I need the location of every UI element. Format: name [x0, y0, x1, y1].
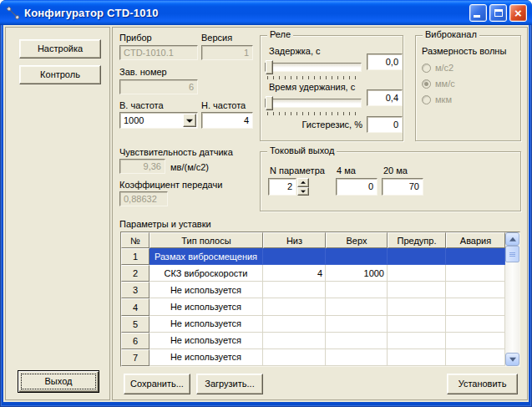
cell-low[interactable]	[263, 282, 326, 298]
cell-type[interactable]: СКЗ виброскорости	[149, 265, 263, 282]
exit-button[interactable]: Выход	[18, 370, 99, 393]
scrollbar-thumb[interactable]	[505, 246, 519, 262]
slider-thumb[interactable]	[266, 96, 273, 110]
cell-high[interactable]	[326, 316, 388, 333]
cell-low[interactable]	[263, 248, 326, 265]
cell-type[interactable]: Размах вибросмещения	[149, 248, 263, 265]
cell-type[interactable]: Не используется	[149, 282, 263, 298]
cell-warn[interactable]	[388, 349, 446, 366]
chevron-down-icon	[509, 358, 516, 362]
radio-option-mm-s: мм/с	[422, 79, 455, 89]
col-header-num[interactable]: №	[121, 232, 149, 248]
cell-type[interactable]: Не используется	[149, 298, 263, 315]
row-num: 4	[121, 298, 149, 315]
maximize-button[interactable]	[489, 4, 507, 22]
col-header-type[interactable]: Тип полосы	[149, 232, 263, 248]
cell-warn[interactable]	[388, 298, 446, 315]
cell-high[interactable]	[326, 349, 388, 366]
cell-alarm[interactable]	[446, 333, 505, 349]
cell-low[interactable]	[263, 349, 326, 366]
cell-high[interactable]	[326, 282, 388, 298]
row-num: 1	[121, 248, 149, 265]
cell-low[interactable]	[263, 333, 326, 349]
cell-warn[interactable]	[388, 282, 446, 298]
device-label: Прибор	[119, 33, 152, 43]
cell-type[interactable]: Не используется	[149, 333, 263, 349]
relay-hold-field[interactable]: 0,4	[367, 89, 403, 106]
combo-dropdown-button[interactable]	[183, 114, 196, 127]
radio-label: мкм	[435, 94, 452, 104]
spinner-down-button[interactable]	[297, 187, 309, 196]
minimize-button[interactable]	[469, 4, 487, 22]
table-row-3[interactable]: 4 Не используется	[121, 298, 505, 315]
cell-alarm[interactable]	[446, 248, 505, 265]
cell-low[interactable]	[263, 316, 326, 333]
cell-alarm[interactable]	[446, 349, 505, 366]
cell-high[interactable]	[326, 298, 388, 315]
control-button[interactable]: Контроль	[19, 65, 101, 84]
cell-type[interactable]: Не используется	[149, 316, 263, 333]
cell-high[interactable]: 1000	[326, 265, 388, 282]
scroll-down-button[interactable]	[505, 353, 519, 366]
cell-low[interactable]	[263, 298, 326, 315]
col-header-alarm[interactable]: Авария	[446, 232, 505, 248]
radio-option-m-s2: м/с2	[422, 63, 453, 73]
version-field: 1	[201, 45, 253, 60]
table-row-0[interactable]: 1 Размах вибросмещения	[121, 248, 505, 265]
cell-warn[interactable]	[388, 333, 446, 349]
cell-alarm[interactable]	[446, 282, 505, 298]
scrollbar-track[interactable]	[505, 262, 519, 353]
cell-alarm[interactable]	[446, 316, 505, 333]
row-num: 3	[121, 282, 149, 298]
settings-button[interactable]: Настройка	[19, 39, 101, 59]
radio-label: мм/с	[435, 79, 455, 89]
cell-alarm[interactable]	[446, 298, 505, 315]
relay-hysteresis-field[interactable]: 0	[367, 116, 403, 133]
table-row-6[interactable]: 7 Не используется	[121, 349, 505, 366]
sensitivity-unit: мв/(м/с2)	[170, 162, 209, 172]
col-header-low[interactable]: Низ	[263, 232, 326, 248]
load-button[interactable]: Загрузить...	[196, 374, 263, 394]
table-header-row: № Тип полосы Низ Верх Предупр. Авария	[121, 232, 505, 248]
slider-track[interactable]	[265, 99, 362, 108]
table-scrollbar[interactable]	[505, 232, 519, 366]
close-button[interactable]: ×	[509, 4, 527, 22]
table-row-2[interactable]: 3 Не используется	[121, 282, 505, 298]
vibro-group-title: Виброканал	[423, 29, 479, 39]
version-label: Версия	[201, 33, 232, 43]
low-freq-field[interactable]: 4	[201, 112, 253, 129]
relay-delay-slider[interactable]	[265, 60, 362, 75]
cell-warn[interactable]	[388, 265, 446, 282]
slider-thumb[interactable]	[266, 60, 273, 74]
sensitivity-field: 9,36	[119, 159, 165, 174]
spinner-up-button[interactable]	[297, 178, 309, 187]
row-num: 7	[121, 349, 149, 366]
titlebar[interactable]: Конфигуратор CTD-1010 ×	[0, 0, 532, 25]
ma4-field[interactable]: 0	[336, 178, 377, 196]
chevron-down-icon	[186, 120, 193, 123]
sensitivity-label: Чувствительность датчика	[119, 147, 233, 157]
save-button[interactable]: Сохранить...	[124, 374, 190, 394]
cell-warn[interactable]	[388, 248, 446, 265]
table-row-5[interactable]: 6 Не используется	[121, 333, 505, 349]
param-n-field[interactable]: 2	[268, 178, 296, 196]
table-row-4[interactable]: 5 Не используется	[121, 316, 505, 333]
cell-alarm[interactable]	[446, 265, 505, 282]
ma20-field[interactable]: 70	[382, 178, 423, 196]
col-header-high[interactable]: Верх	[326, 232, 388, 248]
col-header-warn[interactable]: Предупр.	[388, 232, 446, 248]
cell-low[interactable]: 4	[263, 265, 326, 282]
slider-track[interactable]	[265, 63, 362, 72]
cell-warn[interactable]	[388, 316, 446, 333]
cell-high[interactable]	[326, 333, 388, 349]
relay-hold-slider[interactable]	[265, 96, 362, 111]
sidebar-panel: Настройка Контроль Выход	[5, 27, 110, 400]
high-freq-combobox[interactable]: 1000	[119, 112, 198, 129]
cell-type[interactable]: Не используется	[149, 349, 263, 366]
scroll-up-button[interactable]	[505, 232, 519, 246]
table-row-1[interactable]: 2 СКЗ виброскорости 4 1000	[121, 265, 505, 282]
cell-high[interactable]	[326, 248, 388, 265]
apply-button[interactable]: Установить	[447, 374, 518, 394]
relay-delay-field[interactable]: 0,0	[367, 53, 403, 70]
vibro-group: Виброканал Размерность волны м/с2 мм/с м…	[415, 35, 521, 141]
